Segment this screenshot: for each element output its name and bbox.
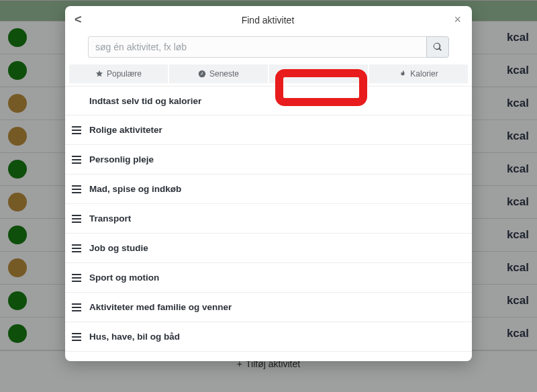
category-label: Mad, spise og indkøb (89, 184, 181, 194)
category-label: Indtast selv tid og kalorier (89, 96, 201, 106)
close-button[interactable]: × (445, 13, 461, 27)
menu-icon (72, 332, 81, 341)
category-item[interactable]: Transport (65, 204, 472, 234)
category-item[interactable]: Hus, have, bil og båd (65, 322, 472, 352)
category-item[interactable]: Ferie (65, 352, 472, 361)
tab-recent[interactable]: Seneste (169, 64, 268, 83)
heart-icon (296, 70, 304, 78)
tab-label: Seneste (209, 69, 239, 79)
flame-icon (399, 70, 407, 78)
tab-calories[interactable]: Kalorier (369, 64, 468, 83)
tab-label: Kalorier (410, 69, 438, 79)
category-item[interactable]: Indtast selv tid og kalorier (65, 86, 472, 115)
category-item[interactable]: Aktiviteter med familie og venner (65, 293, 472, 322)
clock-icon (198, 70, 206, 78)
category-label: Transport (89, 213, 131, 224)
category-item[interactable]: Mad, spise og indkøb (65, 175, 472, 204)
menu-icon (72, 244, 81, 252)
menu-icon (72, 185, 81, 193)
menu-icon (72, 155, 81, 164)
tab-popular[interactable]: Populære (69, 64, 168, 83)
category-item[interactable]: Sport og motion (65, 263, 472, 293)
tab-label: Populære (107, 69, 142, 79)
modal-header: < Find aktivitet × (65, 6, 472, 32)
menu-icon (72, 303, 81, 311)
category-label: Job og studie (89, 243, 148, 253)
find-activity-modal: < Find aktivitet × Populære Seneste Favo… (65, 6, 472, 361)
category-item[interactable]: Rolige aktiviteter (65, 115, 472, 145)
menu-icon (72, 126, 81, 134)
category-label: Sport og motion (89, 273, 159, 283)
search-input[interactable] (88, 36, 426, 58)
tab-bar: Populære Seneste Favoritter Kalorier (65, 64, 472, 83)
search-icon (433, 42, 442, 52)
menu-icon (72, 273, 81, 282)
tab-favorites[interactable]: Favoritter (269, 64, 368, 83)
menu-icon (72, 214, 81, 223)
category-label: Aktiviteter med familie og venner (89, 302, 232, 312)
category-label: Rolige aktiviteter (89, 125, 162, 135)
category-item[interactable]: Job og studie (65, 234, 472, 263)
category-item[interactable]: Personlig pleje (65, 145, 472, 175)
search-button[interactable] (426, 36, 449, 58)
modal-title: Find aktivitet (91, 15, 445, 26)
category-label: Hus, have, bil og båd (89, 332, 180, 342)
star-icon (95, 70, 103, 78)
search-bar (65, 32, 472, 64)
category-label: Personlig pleje (89, 154, 154, 164)
tab-label: Favoritter (307, 69, 342, 79)
activity-category-list: Indtast selv tid og kalorier Rolige akti… (65, 83, 472, 361)
back-button[interactable]: < (75, 13, 91, 27)
